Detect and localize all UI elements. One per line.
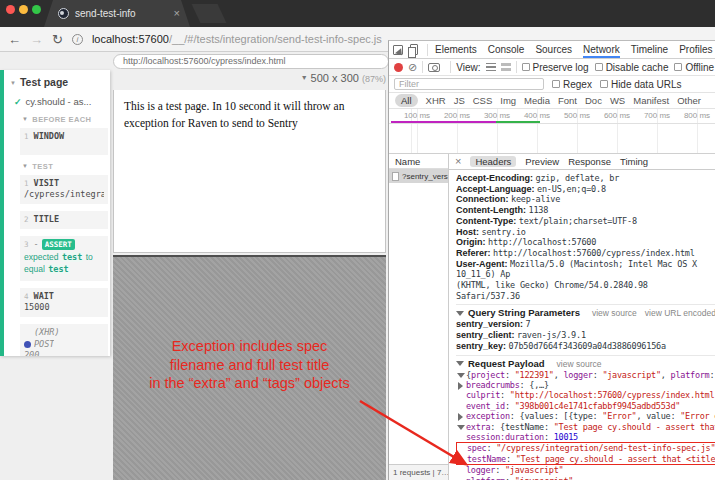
test-page-text: This is a test page. In 10 second it wil… [114,90,385,141]
tab-close-icon[interactable]: × [174,8,180,19]
filter-pill-all[interactable]: All [395,94,418,107]
command-xhr[interactable]: (XHR)POST200/api/122391/stors... [20,324,108,356]
header-name: Accept-Encoding: [456,173,536,183]
forward-button-icon[interactable]: → [30,33,43,46]
request-payload-section-header[interactable]: Request Payload view source [456,355,715,370]
view-list-icon[interactable] [486,63,496,71]
checkbox-offline[interactable]: Offline [674,62,714,73]
device-toolbar-icon[interactable] [410,44,418,55]
header-row: sentry_version: 7 [456,319,715,330]
checkbox-hide-data-urls[interactable]: Hide data URLs [600,79,682,90]
checkbox-icon [552,80,560,88]
query-string-links: view sourceview URL encoded [584,307,715,319]
devtools-tab-profiles[interactable]: Profiles [679,41,712,58]
detail-tab-timing[interactable]: Timing [620,156,648,167]
command-visit[interactable]: 1VISIT/cypress/integra [20,175,108,204]
devtools-tab-timeline[interactable]: Timeline [631,41,668,58]
filter-pill-css[interactable]: CSS [473,95,493,106]
document-icon [392,172,399,181]
devtools-tab-network[interactable]: Network [583,41,620,58]
query-string-section-header[interactable]: Query String Parameters view sourceview … [456,304,715,319]
inspect-element-icon[interactable] [393,45,403,55]
log-section-test[interactable]: ▼TEST [4,162,110,171]
filter-pill-other[interactable]: Other [677,95,701,106]
tree-expand-arrow-icon[interactable] [457,373,465,378]
link-view-source[interactable]: view source [557,359,602,369]
header-name: sentry_client: [456,330,517,340]
screenshot-camera-icon[interactable] [428,63,440,72]
header-name: Content-Length: [456,205,528,215]
filter-input[interactable] [394,78,544,90]
clear-icon[interactable]: ⊘ [408,62,417,73]
devtools-tabbar: ElementsConsoleSourcesNetworkTimelinePro… [389,41,715,59]
detail-tab-headers[interactable]: Headers [470,156,516,167]
filter-pill-js[interactable]: JS [454,95,465,106]
header-value: http://localhost:57600 [488,237,596,247]
command-log: ▼BEFORE EACH1WINDOW▼TEST1VISIT/cypress/i… [4,115,110,356]
view-label: View: [456,62,480,73]
tree-expand-arrow-icon[interactable] [458,382,463,390]
devtools-tab-console[interactable]: Console [488,41,525,58]
ruler-tick-label: 800 ms [677,109,715,123]
window-minimize-button[interactable] [19,5,28,14]
command-title[interactable]: 2TITLE [20,211,108,229]
checkbox-icon [595,63,603,71]
detail-tab-response[interactable]: Response [568,156,611,167]
tree-expand-arrow-icon[interactable] [458,413,463,421]
record-icon[interactable] [394,63,403,72]
spec-title[interactable]: ▼Test page [4,76,110,88]
runner-address-pill[interactable]: http://localhost:57600/cypress/index.htm… [113,54,389,69]
filter-row: RegexHide data URLs [389,76,715,93]
checkbox-icon [674,63,682,71]
filter-pill-xhr[interactable]: XHR [426,95,446,106]
header-name: Accept-Language: [456,184,537,194]
window-close-button[interactable] [6,5,15,14]
command-wait[interactable]: 4WAIT15000 [20,288,108,317]
new-tab-button[interactable] [192,4,227,23]
devtools-tab-elements[interactable]: Elements [435,41,477,58]
detail-tab-preview[interactable]: Preview [525,156,559,167]
request-row[interactable]: ?sentry_vers... [389,169,448,183]
close-detail-icon[interactable]: × [455,156,461,167]
checkbox-regex[interactable]: Regex [552,79,592,90]
snapshot-overlay: Exception includes spec filename and ful… [113,255,386,480]
address-bar[interactable]: localhost:57600/__/#/tests/integration/s… [92,33,382,45]
log-section-before-each[interactable]: ▼BEFORE EACH [4,115,110,124]
test-title[interactable]: ✓cy.should - as... [4,96,110,107]
back-button-icon[interactable]: ← [8,33,21,46]
filter-pill-media[interactable]: Media [524,95,550,106]
link-view-source[interactable]: view source [592,308,637,318]
checkbox-preserve-log[interactable]: Preserve log [522,62,589,73]
command-assert[interactable]: 3-ASSERTexpected test to equal test [20,236,108,281]
checkbox-disable-cache[interactable]: Disable cache [595,62,669,73]
filter-pill-doc[interactable]: Doc [585,95,602,106]
command-window[interactable]: 1WINDOW [20,128,108,155]
filter-pill-manifest[interactable]: Manifest [633,95,669,106]
cypress-runner: http://localhost:57600/cypress/index.htm… [0,52,388,480]
devtools-tab-sources[interactable]: Sources [535,41,572,58]
toolbar-checkboxes: Preserve logDisable cacheOffline [522,62,715,73]
network-toolbar: ⊘ View: Preserve logDisable cacheOffline… [389,59,715,76]
filter-pill-font[interactable]: Font [558,95,577,106]
xhr-dot-icon [24,341,31,348]
filter-pill-img[interactable]: Img [500,95,516,106]
viewport-size-indicator[interactable]: ▼500 x 300 (87%) [230,72,386,84]
header-value: keep-alive [511,194,560,204]
browser-tab[interactable]: send-test-info × [44,0,190,27]
view-large-rows-icon[interactable] [501,63,511,71]
request-name-column: Name ?sentry_vers... 1 requests | 7… [389,154,449,480]
tree-expand-arrow-icon[interactable] [457,425,465,430]
window-zoom-button[interactable] [32,5,41,14]
link-view-url-encoded[interactable]: view URL encoded [645,308,715,318]
tab-title: send-test-info [75,8,168,19]
filter-checkboxes: RegexHide data URLs [552,79,682,90]
name-column-empty [389,183,448,464]
test-passed-check-icon: ✓ [14,97,22,107]
header-name: sentry_version: [456,319,526,329]
detail-tab-list: HeadersPreviewResponseTiming [470,156,648,167]
reload-button-icon[interactable]: ↻ [52,33,63,46]
page-info-icon[interactable]: i [72,34,83,45]
name-column-header[interactable]: Name [389,154,448,169]
header-value: 1138 [528,205,548,215]
filter-pill-ws[interactable]: WS [610,95,625,106]
